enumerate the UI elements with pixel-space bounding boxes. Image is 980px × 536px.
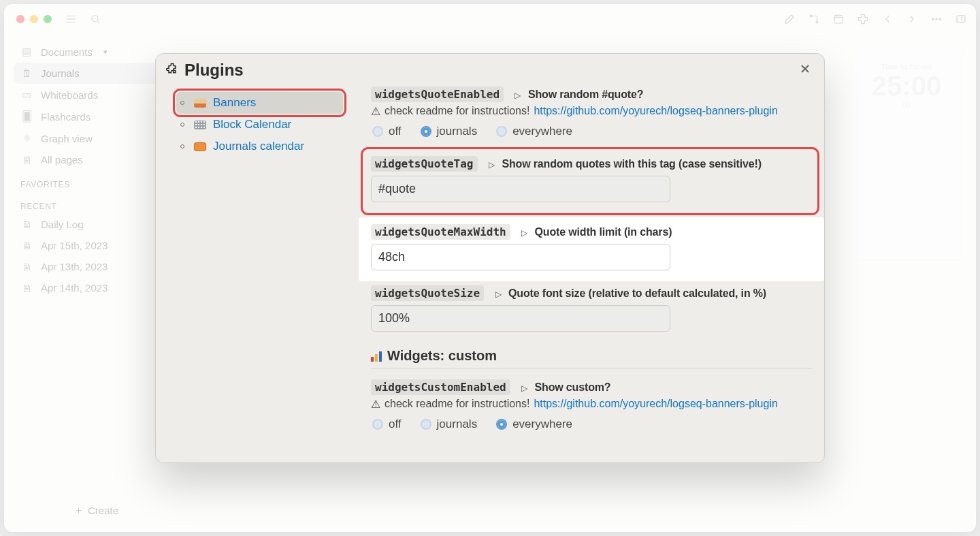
radio-journals[interactable]: journals <box>421 125 478 138</box>
pomodoro-widget: Time to focus! 25:00 00 <box>852 49 961 260</box>
warn-text: check readme for instructions! <box>385 105 529 118</box>
flow-icon[interactable] <box>807 12 821 26</box>
svg-point-1 <box>810 15 812 17</box>
setting-code: widgetsQuoteSize <box>371 285 484 301</box>
quote-maxwidth-input[interactable] <box>371 244 670 270</box>
titlebar <box>4 4 976 34</box>
setting-quote-max-width: widgetsQuoteMaxWidth ▷ Quote width limit… <box>359 217 824 281</box>
quote-tag-input[interactable] <box>371 176 670 202</box>
radio-journals[interactable]: journals <box>421 417 478 431</box>
svg-point-6 <box>939 18 941 20</box>
radio-everywhere[interactable]: everywhere <box>496 125 572 138</box>
nav-label: Flashcards <box>41 111 91 123</box>
plugin-list: Banners Block Calendar Journals calendar <box>156 82 359 462</box>
forward-icon[interactable] <box>905 12 919 26</box>
setting-quote-size: widgetsQuoteSize ▷ Quote font size (rela… <box>359 281 824 336</box>
modal-title-text: Plugins <box>184 61 244 80</box>
bullet-icon <box>180 101 184 105</box>
more-icon[interactable] <box>930 12 943 26</box>
svg-rect-7 <box>957 16 965 23</box>
close-window-dot[interactable] <box>16 15 24 23</box>
setting-code: widgetsQuoteEnabled <box>371 86 504 102</box>
svg-point-2 <box>816 21 818 23</box>
bullet-icon <box>180 123 184 127</box>
edit-icon[interactable] <box>783 12 796 26</box>
nav-label: Journals <box>41 67 80 79</box>
readme-link[interactable]: https://github.com/yoyurech/logseq-banne… <box>534 398 777 411</box>
nav-label: All pages <box>41 154 83 165</box>
quote-size-input[interactable] <box>371 305 670 332</box>
nav: ▤Documents▾ 🗓Journals ▭Whiteboards 🂠Flas… <box>14 41 178 170</box>
plugins-modal: Plugins Banners Block Calendar <box>155 53 825 463</box>
radio-everywhere[interactable]: everywhere <box>496 417 572 431</box>
nav-whiteboards[interactable]: ▭Whiteboards <box>14 84 178 106</box>
nav-label: Whiteboards <box>41 89 98 101</box>
zoom-window-dot[interactable] <box>44 15 52 23</box>
close-icon[interactable] <box>798 62 812 78</box>
setting-custom-enabled: widgetsCustomEnabled ▷ Show custom? ⚠ ch… <box>359 375 824 439</box>
warning-icon: ⚠ <box>371 398 380 411</box>
right-panel-icon[interactable] <box>954 12 968 26</box>
pomodoro-time: 25:00 <box>872 72 941 99</box>
puzzle-icon <box>165 61 179 80</box>
favorites-label: FAVORITES <box>14 170 178 192</box>
radio-off[interactable]: off <box>372 125 402 138</box>
search-icon[interactable] <box>88 12 102 26</box>
menu-icon[interactable] <box>64 12 78 26</box>
readme-link[interactable]: https://github.com/yoyurech/logseq-banne… <box>534 105 777 118</box>
nav-graph[interactable]: ⚛Graph view <box>14 127 178 149</box>
plugin-item-banners[interactable]: Banners <box>176 92 343 114</box>
bullet-icon <box>180 144 184 148</box>
nav-flashcards[interactable]: 🂠Flashcards <box>14 106 178 127</box>
nav-label: Graph view <box>41 133 93 144</box>
recent-label: RECENT <box>14 192 178 214</box>
recent-item[interactable]: 🗎Daily Log <box>14 214 178 235</box>
radio-off[interactable]: off <box>372 417 402 431</box>
radio-group-custom-enabled: off journals everywhere <box>372 417 812 431</box>
pomodoro-sub: 00 <box>902 101 911 109</box>
widgets-custom-header: Widgets: custom <box>371 338 812 368</box>
pomodoro-title: Time to focus! <box>881 63 932 71</box>
nav-label: Documents <box>41 46 93 58</box>
plugin-thumb <box>194 142 206 151</box>
setting-desc: Show random quotes with this tag (case s… <box>502 158 761 170</box>
plugin-label: Banners <box>213 96 256 110</box>
triangle-icon: ▷ <box>521 228 527 238</box>
svg-point-4 <box>932 18 934 20</box>
calendar-icon[interactable] <box>832 12 845 26</box>
modal-header: Plugins <box>156 54 824 82</box>
plugin-thumb <box>194 99 206 108</box>
radio-group-quote-enabled: off journals everywhere <box>372 125 812 138</box>
plugin-settings[interactable]: widgetsQuoteEnabled ▷ Show random #quote… <box>359 82 824 462</box>
create-button[interactable]: ＋Create <box>74 504 118 517</box>
setting-code: widgetsQuoteTag <box>371 156 478 172</box>
plugin-item-block-calendar[interactable]: Block Calendar <box>176 114 343 136</box>
bars-icon <box>371 351 382 362</box>
svg-rect-3 <box>834 16 843 23</box>
plugin-label: Journals calendar <box>213 140 304 153</box>
recent-item[interactable]: 🗎Apr 13th, 2023 <box>14 256 178 277</box>
minimize-window-dot[interactable] <box>30 15 38 23</box>
back-icon[interactable] <box>881 12 894 26</box>
plugin-icon[interactable] <box>856 12 870 26</box>
svg-point-5 <box>936 18 937 20</box>
nav-allpages[interactable]: 🗎All pages <box>14 149 178 170</box>
plugin-thumb <box>194 121 206 129</box>
triangle-icon: ▷ <box>495 289 502 299</box>
setting-desc: Show custom? <box>535 381 611 393</box>
nav-documents[interactable]: ▤Documents▾ <box>14 41 178 63</box>
warning-icon: ⚠ <box>371 105 380 118</box>
window-controls[interactable] <box>12 15 52 23</box>
recent-item[interactable]: 🗎Apr 14th, 2023 <box>14 277 178 298</box>
recent-item[interactable]: 🗎Apr 15th, 2023 <box>14 235 178 256</box>
plugin-label: Block Calendar <box>213 118 291 131</box>
triangle-icon: ▷ <box>521 383 527 393</box>
setting-code: widgetsCustomEnabled <box>371 379 510 395</box>
setting-desc: Quote width limit (in chars) <box>535 226 672 238</box>
nav-journals[interactable]: 🗓Journals <box>14 63 178 84</box>
setting-desc: Quote font size (relative to default cal… <box>508 287 766 299</box>
plugin-item-journals-calendar[interactable]: Journals calendar <box>176 136 343 157</box>
svg-point-0 <box>92 16 98 22</box>
setting-quote-enabled: widgetsQuoteEnabled ▷ Show random #quote… <box>359 82 824 146</box>
setting-quote-tag: widgetsQuoteTag ▷ Show random quotes wit… <box>364 151 816 212</box>
